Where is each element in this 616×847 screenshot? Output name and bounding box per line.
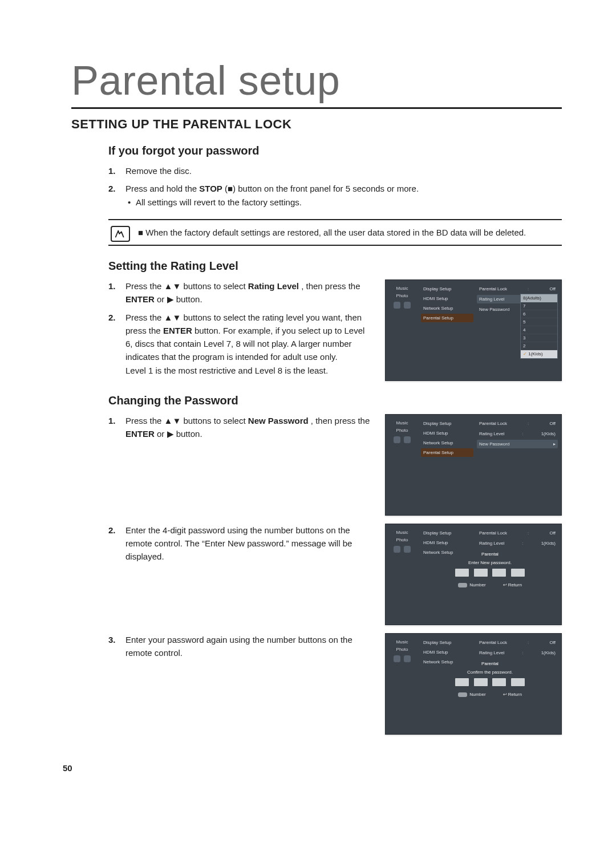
- step-number: 1.: [108, 279, 121, 293]
- osd-digit-box: [474, 569, 488, 577]
- osd-left-item: Music: [396, 530, 408, 535]
- osd-digit-box: [455, 678, 469, 686]
- label-new-password: New Password: [248, 416, 309, 425]
- osd-key-label: Return: [508, 582, 522, 587]
- media-icon: [394, 436, 400, 443]
- osd-left-item: Photo: [396, 428, 408, 433]
- osd-row: Parental Lock:Off: [477, 529, 558, 537]
- osd-option: 4: [521, 326, 557, 334]
- osd-row: Rating Level:1(Kids): [477, 539, 558, 548]
- step-number: 2.: [108, 524, 121, 537]
- osd-modal-title: Parental: [423, 552, 557, 557]
- step-text: Press and hold the: [125, 184, 199, 193]
- osd-menu-item: HDMI Setup: [421, 429, 473, 437]
- return-icon: ↩: [503, 692, 508, 697]
- label-rating-level: Rating Level: [248, 281, 299, 291]
- step-number: 2.: [108, 182, 121, 195]
- return-icon: ↩: [503, 582, 508, 587]
- section-heading: SETTING UP THE PARENTAL LOCK: [71, 117, 562, 132]
- osd-option: 2: [521, 342, 557, 350]
- subsection-changing: Changing the Password: [108, 394, 562, 407]
- osd-menu-item: Network Setup: [421, 439, 473, 447]
- step-number: 3.: [108, 633, 121, 646]
- osd-modal-message: Enter New password.: [423, 560, 557, 565]
- osd-key-pill: [458, 583, 467, 587]
- step-text: or ▶ button.: [157, 429, 202, 439]
- osd-left-item: Photo: [396, 647, 408, 652]
- osd-key-label: Return: [508, 692, 522, 697]
- osd-row: Parental Lock:Off: [477, 638, 558, 647]
- osd-digit-box: [492, 569, 506, 577]
- page-title: Parental setup: [71, 57, 562, 109]
- note-icon: [111, 226, 130, 242]
- osd-menu-item: Display Setup: [421, 285, 473, 293]
- media-icon: [394, 546, 400, 553]
- note-bar: When the factory default settings are re…: [108, 219, 562, 246]
- stop-icon: (■): [225, 184, 238, 193]
- osd-left-item: Music: [396, 639, 408, 645]
- step-text: , then press the: [301, 281, 360, 291]
- osd-digit-box: [511, 569, 525, 577]
- note-text: When the factory default settings are re…: [138, 228, 526, 237]
- osd-confirm-password: Music Photo Display Setup HDMI Setup Net…: [385, 633, 562, 735]
- osd-menu-item-active: Parental Setup: [421, 314, 473, 322]
- osd-menu-item: Display Setup: [421, 529, 473, 537]
- step-text: Press the ▲▼ buttons to select: [125, 281, 248, 291]
- osd-left-item: Photo: [396, 537, 408, 542]
- osd-rating-level: Music Photo Display Setup HDMI Setup Net…: [385, 279, 562, 381]
- step-number: 1.: [108, 414, 121, 427]
- osd-digit-box: [455, 569, 469, 577]
- step-text: Enter the 4-digit password using the num…: [125, 524, 371, 564]
- osd-row: Parental Lock:Off: [477, 419, 558, 428]
- gear-icon: [404, 546, 411, 553]
- step-note: Level 1 is the most restrictive and Leve…: [125, 364, 371, 377]
- osd-option: 5: [521, 318, 557, 326]
- osd-row: Rating Level:1(Kids): [477, 429, 558, 438]
- step-bullet: All settings will revert to the factory …: [125, 196, 562, 209]
- osd-modal-title: Parental: [423, 661, 557, 666]
- enter-button-label: ENTER: [125, 294, 155, 304]
- osd-row: Parental Lock:Off: [477, 285, 558, 293]
- osd-menu-item: Display Setup: [421, 419, 473, 428]
- osd-option: 6: [521, 310, 557, 318]
- stop-button-label: STOP: [199, 184, 222, 193]
- osd-menu-item: HDMI Setup: [421, 648, 473, 656]
- step-text: Press the ▲▼ buttons to select: [125, 416, 248, 425]
- osd-enter-password: Music Photo Display Setup HDMI Setup Net…: [385, 524, 562, 625]
- osd-left-item: Music: [396, 420, 408, 425]
- gear-icon: [404, 302, 411, 309]
- media-icon: [394, 302, 400, 309]
- step-text: Remove the disc.: [125, 164, 562, 177]
- subsection-rating: Setting the Rating Level: [108, 260, 562, 273]
- osd-left-item: Photo: [396, 293, 408, 298]
- enter-button-label: ENTER: [163, 326, 192, 335]
- enter-button-label: ENTER: [125, 429, 155, 439]
- osd-row: Rating Level:1(Kids): [477, 649, 558, 657]
- osd-modal-message: Confirm the password.: [423, 670, 557, 675]
- gear-icon: [404, 436, 411, 443]
- osd-menu-item-active: Parental Setup: [421, 448, 473, 457]
- osd-digit-box: [492, 678, 506, 686]
- page-number: 50: [63, 763, 562, 773]
- step-text: button on the front panel for 5 seconds …: [238, 184, 419, 193]
- step-text: or ▶ button.: [157, 294, 202, 304]
- step-text: , then press the: [311, 416, 370, 425]
- media-icon: [394, 655, 400, 662]
- osd-menu-item: HDMI Setup: [421, 294, 473, 303]
- osd-digit-box: [511, 678, 525, 686]
- osd-digit-box: [474, 678, 488, 686]
- gear-icon: [404, 655, 411, 662]
- osd-menu-item: Display Setup: [421, 638, 473, 647]
- step-number: 2.: [108, 311, 121, 324]
- osd-option: 8(Adults): [521, 294, 557, 302]
- osd-menu-item: HDMI Setup: [421, 538, 473, 547]
- step-number: 1.: [108, 164, 121, 177]
- osd-option-selected: 1(Kids): [521, 350, 557, 358]
- osd-key-label: Number: [469, 582, 485, 587]
- step-text: Enter your password again using the numb…: [125, 633, 371, 660]
- osd-option: 3: [521, 334, 557, 342]
- subsection-forgot: If you forgot your password: [108, 144, 562, 157]
- osd-key-pill: [458, 692, 467, 697]
- osd-row-selected: New Password▸: [477, 440, 558, 448]
- osd-menu-item: Network Setup: [421, 304, 473, 313]
